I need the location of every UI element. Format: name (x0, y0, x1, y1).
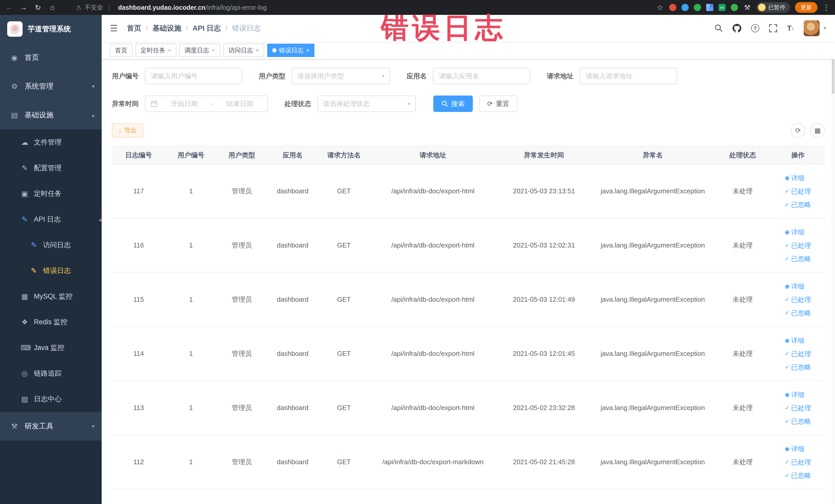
reset-button[interactable]: ⟳ 重置 (479, 96, 517, 112)
close-icon[interactable]: × (256, 47, 259, 54)
request-url-input[interactable] (579, 68, 677, 84)
sidebar-item-dev-tools[interactable]: ⚒ 研发工具 ▾ (0, 412, 102, 441)
tab-access-log[interactable]: 访问日志× (223, 44, 264, 57)
extension-icon[interactable] (681, 4, 689, 11)
github-icon[interactable] (733, 24, 741, 33)
sidebar-item-log-center[interactable]: ▧ 日志中心 (0, 386, 102, 412)
action-detail[interactable]: ◉详细 (785, 280, 805, 292)
page-content: 用户编号 用户类型 请选择用户类型▾ 应用名 请求地址 (102, 60, 835, 504)
action-ignored[interactable]: ✓已忽略 (785, 307, 811, 319)
gear-icon: ⚙ (10, 82, 19, 90)
action-processed[interactable]: ✓已处理 (785, 185, 811, 197)
sidebar-item-api-log[interactable]: ✎ API 日志 ▴ (0, 206, 102, 232)
extension-icon[interactable] (731, 4, 738, 11)
sidebar-item-redis[interactable]: ❖ Redis 监控 (0, 309, 102, 335)
sidebar-item-file[interactable]: ☁ 文件管理 (0, 129, 102, 155)
action-detail[interactable]: ◉详细 (785, 389, 805, 401)
url-separator: | (108, 4, 110, 11)
browser-update-button[interactable]: 更新 (795, 2, 817, 13)
breadcrumb-item[interactable]: API 日志 (192, 23, 221, 33)
extension-icon[interactable] (706, 4, 713, 11)
extension-icon[interactable]: on (718, 4, 726, 11)
exception-time-label: 异常时间 (112, 99, 139, 108)
user-id-input[interactable] (145, 68, 242, 84)
caret-down-icon: ▼ (823, 26, 827, 31)
close-icon[interactable]: × (212, 47, 215, 54)
sidebar-item-home[interactable]: ◉ 首页 (0, 43, 102, 72)
action-detail[interactable]: ◉详细 (785, 172, 805, 184)
table-tools: ⟳ ▦ (791, 123, 825, 138)
font-size-icon[interactable]: T↕ (787, 24, 794, 33)
refresh-icon[interactable]: ⟳ (791, 123, 805, 138)
end-date-placeholder: 结束日期 (217, 99, 262, 108)
search-icon[interactable] (715, 24, 723, 32)
action-detail[interactable]: ◉详细 (785, 443, 805, 455)
sidebar-item-java[interactable]: ⌨ Java 监控 (0, 335, 102, 361)
cell-actions: ◉详细✓已处理✓已忽略 (771, 335, 825, 373)
action-processed[interactable]: ✓已处理 (785, 240, 811, 251)
close-icon[interactable]: × (168, 47, 171, 54)
browser-reload-icon[interactable]: ↻ (34, 3, 42, 12)
action-label: 详细 (791, 172, 805, 184)
site-security-chip[interactable]: ⚠ 不安全 | (76, 3, 112, 12)
action-ignored[interactable]: ✓已忽略 (785, 253, 811, 265)
browser-menu-icon[interactable]: ⋮ (823, 3, 830, 12)
sidebar-item-job[interactable]: ▣ 定时任务 (0, 181, 102, 206)
action-processed[interactable]: ✓已处理 (785, 294, 811, 305)
tab-home[interactable]: 首页 (110, 44, 133, 57)
tab-error-log[interactable]: 错误日志× (267, 44, 315, 57)
action-processed[interactable]: ✓已处理 (785, 456, 811, 468)
column-settings-icon[interactable]: ▦ (810, 123, 825, 138)
tab-job[interactable]: 定时任务× (136, 44, 176, 57)
search-button[interactable]: 搜索 (433, 96, 473, 112)
action-processed[interactable]: ✓已处理 (785, 402, 811, 414)
extension-icon[interactable] (694, 4, 701, 11)
user-type-select[interactable]: 请选择用户类型▾ (291, 68, 390, 84)
action-detail[interactable]: ◉详细 (785, 335, 805, 346)
action-processed[interactable]: ✓已处理 (785, 348, 811, 360)
check-icon: ✓ (785, 361, 789, 373)
breadcrumb-item[interactable]: 基础设施 (152, 23, 181, 33)
browser-home-icon[interactable]: ⌂ (48, 3, 57, 12)
profile-chip[interactable]: 已暂停 (756, 2, 790, 13)
extension-tool-icon[interactable]: ⚒ (743, 3, 751, 12)
sidebar-item-access-log[interactable]: ✎ 访问日志 (0, 232, 102, 258)
action-ignored[interactable]: ✓已忽略 (785, 416, 811, 427)
breadcrumb-item[interactable]: 首页 (127, 23, 141, 33)
cell-user_type: 管理员 (217, 187, 267, 196)
help-icon[interactable]: ? (751, 24, 759, 32)
action-ignored[interactable]: ✓已忽略 (785, 469, 811, 481)
address-bar[interactable]: dashboard.yudao.iocoder.cn/infra/log/api… (118, 4, 267, 11)
close-icon[interactable]: × (306, 47, 309, 54)
sidebar-item-trace[interactable]: ◎ 链路追踪 (0, 361, 102, 386)
sidebar-item-label: Redis 监控 (34, 317, 67, 327)
bookmark-star-icon[interactable]: ☆ (656, 3, 664, 12)
sidebar-item-label: 链路追踪 (34, 369, 62, 378)
fullscreen-icon[interactable] (769, 24, 777, 32)
browser-back-icon[interactable]: ← (5, 3, 13, 12)
action-ignored[interactable]: ✓已忽略 (785, 199, 811, 210)
process-status-select[interactable]: 请选择处理状态▾ (317, 96, 416, 112)
browser-forward-icon[interactable]: → (20, 3, 28, 12)
tab-job-log[interactable]: 调度日志× (179, 44, 220, 57)
sidebar-item-infra[interactable]: ▤ 基础设施 ▴ (0, 101, 102, 129)
sidebar-item-mysql[interactable]: ▦ MySQL 监控 (0, 283, 102, 309)
export-button[interactable]: ↓ 导出 (112, 123, 143, 138)
cell-method: GET (318, 458, 370, 466)
sidebar-item-config[interactable]: ✎ 配置管理 (0, 155, 102, 181)
app-name-input[interactable] (433, 68, 530, 84)
sidebar-item-error-log[interactable]: ✎ 错误日志 (0, 258, 102, 283)
action-detail[interactable]: ◉详细 (785, 226, 805, 238)
extension-icon[interactable] (669, 4, 676, 11)
cell-url: /api/infra/db-doc/export-html (370, 187, 496, 195)
exception-time-range-picker[interactable]: 开始日期 - 结束日期 (145, 96, 268, 112)
sidebar-submenu-infra: ☁ 文件管理 ✎ 配置管理 ▣ 定时任务 ✎ API 日志 ▴ ✎ (0, 129, 102, 412)
user-menu[interactable]: ▼ (804, 20, 827, 36)
sidebar-item-system[interactable]: ⚙ 系统管理 ▾ (0, 72, 102, 101)
hamburger-icon[interactable]: ☰ (110, 23, 118, 33)
action-ignored[interactable]: ✓已忽略 (785, 361, 811, 373)
app-logo[interactable]: 芋道管理系统 (0, 15, 102, 43)
page-scrollbar[interactable] (831, 15, 835, 504)
chevron-down-icon: ▾ (92, 423, 95, 429)
column-header: 异常发生时间 (496, 151, 592, 160)
